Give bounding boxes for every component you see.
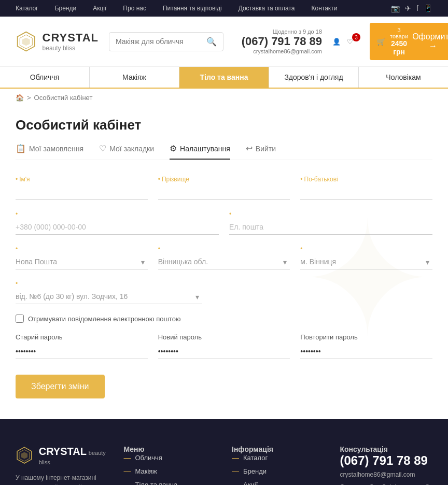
wishlist-button[interactable]: ♡ 3 (347, 37, 363, 46)
footer-menu-col: Меню — Обличчя — Макіяж — Тіло та ванна … (124, 445, 217, 485)
svg-marker-5 (21, 452, 27, 459)
footer-menu-face-link[interactable]: Обличчя (135, 454, 162, 462)
account-button[interactable]: 👤 (332, 38, 341, 46)
region-select-wrapper: Вінницька обл. (158, 254, 290, 269)
patronymic-input[interactable] (300, 185, 432, 200)
footer-info-title: Інформація (232, 445, 325, 453)
footer-info-catalog[interactable]: Каталог (243, 454, 268, 462)
footer-menu-makeup-link[interactable]: Макіяж (135, 467, 158, 475)
phone-input[interactable] (16, 220, 219, 235)
city-select-wrapper: м. Вінниця (300, 254, 432, 269)
cat-health[interactable]: Здоров'я і догляд (269, 67, 359, 88)
footer-menu-face: — Обличчя (124, 453, 217, 462)
footer: CRYSTAL beauty bliss У нашому інтернет-м… (0, 419, 448, 485)
footer-info-col: Інформація —Каталог —Бренди —Акції —Про … (232, 445, 325, 485)
viber-icon[interactable]: 📱 (424, 4, 432, 12)
notify-label: Отримувати повідомлення електронною пошт… (28, 315, 181, 323)
wishlist-badge: 3 (352, 33, 360, 41)
tab-logout[interactable]: ↩ Вийти (246, 144, 276, 160)
confirm-password-input[interactable] (300, 344, 432, 359)
logout-icon: ↩ (246, 144, 253, 153)
warehouse-field: • від. №6 (до 30 кг) вул. Зодчих, 16 (16, 280, 202, 304)
footer-phone[interactable]: (067) 791 78 89 (340, 453, 433, 468)
warehouse-select-wrapper: від. №6 (до 30 кг) вул. Зодчих, 16 (16, 289, 202, 304)
save-button[interactable]: Зберегти зміни (16, 375, 105, 398)
name-input[interactable] (16, 185, 148, 200)
old-password-input[interactable] (16, 344, 148, 359)
cat-face[interactable]: Обличчя (0, 67, 90, 88)
footer-menu-makeup: — Макіяж (124, 467, 217, 475)
tab-settings[interactable]: ⚙ Налаштування (170, 144, 230, 160)
email-input[interactable] (229, 220, 432, 235)
tab-settings-label: Налаштування (180, 145, 230, 153)
footer-address: Одеська обл., Овідіопольський район, смт… (340, 482, 433, 485)
region-select[interactable]: Вінницька обл. (158, 254, 290, 269)
notify-checkbox[interactable] (16, 315, 24, 323)
telegram-icon[interactable]: ✈ (405, 4, 411, 12)
topnav-about[interactable]: Про нас (123, 5, 146, 12)
topnav-faq[interactable]: Питання та відповіді (163, 5, 222, 12)
contact-phone[interactable]: (067) 791 78 89 (234, 35, 322, 48)
topnav-contacts[interactable]: Контакти (312, 5, 338, 12)
new-password-field: Новий пароль (158, 333, 290, 359)
header-actions: 👤 ♡ 3 🛒 3 товари 2450 грн Оформити → (332, 23, 448, 60)
search-icon[interactable]: 🔍 (206, 37, 217, 47)
breadcrumb-current: Особистий кабінет (34, 94, 93, 102)
account-tabs: 📋 Мої замовлення ♡ Мої закладки ⚙ Налашт… (16, 144, 432, 160)
topnav-catalog[interactable]: Каталог (16, 5, 38, 12)
logo-icon (16, 30, 37, 53)
logo[interactable]: CRYSTAL beauty bliss (16, 30, 99, 53)
confirm-password-label: Повторити пароль (300, 333, 432, 341)
warehouse-row: • від. №6 (до 30 кг) вул. Зодчих, 16 (16, 280, 432, 304)
main-content: Особистий кабінет 📋 Мої замовлення ♡ Мої… (0, 107, 448, 419)
cart-button[interactable]: 🛒 3 товари 2450 грн Оформити → (370, 23, 448, 60)
patronymic-field: •По-батькові (300, 176, 432, 200)
cat-body[interactable]: Тіло та ванна (179, 67, 269, 88)
topnav-delivery[interactable]: Доставка та оплата (239, 5, 295, 12)
footer-consult-col: Консультація (067) 791 78 89 crystalhome… (340, 445, 433, 485)
new-password-label: Новий пароль (158, 333, 290, 341)
password-section: Старий пароль Новий пароль Повторити пар… (16, 333, 432, 359)
cart-items-count: 3 товари (390, 27, 408, 39)
footer-email: crystalhome86@gmail.com (340, 471, 433, 478)
delivery-row: • Нова Пошта • Вінницька обл. • (16, 245, 432, 269)
city-select[interactable]: м. Вінниця (300, 254, 432, 269)
tab-bookmarks[interactable]: ♡ Мої закладки (99, 144, 154, 160)
top-navigation: Каталог Бренди Акції Про нас Питання та … (0, 0, 448, 17)
footer-menu-body-link[interactable]: Тіло та ванна (135, 481, 178, 486)
cart-price: 2450 грн (390, 39, 408, 56)
tab-orders[interactable]: 📋 Мої замовлення (16, 144, 83, 160)
footer-menu-body: — Тіло та ванна (124, 480, 217, 485)
search-bar[interactable]: 🔍 (109, 32, 223, 51)
contact-info: Щоденно з 9 до 18 (067) 791 78 89 crysta… (234, 28, 322, 54)
delivery-select[interactable]: Нова Пошта (16, 254, 148, 269)
cart-label: Оформити → (412, 32, 448, 51)
logo-crystal: CRYSTAL (43, 31, 99, 45)
footer-menu-title: Меню (124, 445, 217, 453)
footer-info-promo[interactable]: Акції (243, 481, 258, 486)
breadcrumb-sep: > (27, 94, 31, 102)
topnav-brands[interactable]: Бренди (55, 5, 77, 12)
topnav-promo[interactable]: Акції (93, 5, 106, 12)
delivery-select-wrapper: Нова Пошта (16, 254, 148, 269)
new-password-input[interactable] (158, 344, 290, 359)
cat-makeup[interactable]: Макіяж (90, 67, 179, 88)
tab-bookmarks-label: Мої закладки (109, 145, 154, 153)
lastname-input[interactable] (158, 185, 290, 200)
warehouse-select[interactable]: від. №6 (до 30 кг) вул. Зодчих, 16 (16, 289, 202, 304)
footer-logo-crystal: CRYSTAL (39, 446, 87, 457)
password-row: Старий пароль Новий пароль Повторити пар… (16, 333, 432, 359)
footer-about-col: CRYSTAL beauty bliss У нашому інтернет-м… (16, 445, 108, 485)
footer-info-brands[interactable]: Бренди (243, 467, 267, 475)
search-input[interactable] (116, 37, 206, 46)
region-field: • Вінницька обл. (158, 245, 290, 269)
confirm-password-field: Повторити пароль (300, 333, 432, 359)
confirm-password-wrapper (300, 344, 432, 359)
breadcrumb-home[interactable]: 🏠 (16, 94, 24, 102)
old-password-wrapper (16, 344, 148, 359)
facebook-icon[interactable]: f (416, 4, 418, 12)
contact-hours: Щоденно з 9 до 18 (234, 28, 322, 35)
cat-men[interactable]: Чоловікам (359, 67, 448, 88)
instagram-icon[interactable]: 📷 (391, 4, 400, 12)
footer-about-text: У нашому інтернет-магазині Crystal ти зн… (16, 473, 108, 485)
